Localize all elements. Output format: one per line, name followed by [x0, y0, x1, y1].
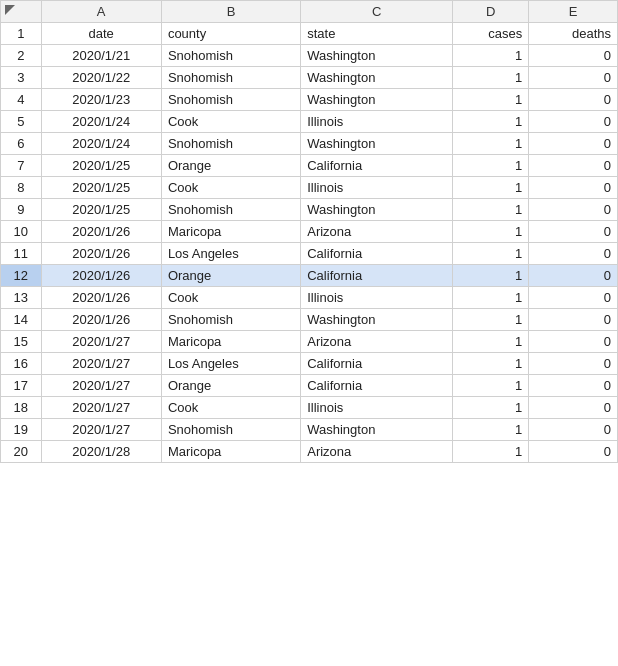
cell-state[interactable]: Illinois — [301, 397, 453, 419]
cell-cases[interactable]: 1 — [453, 45, 529, 67]
table-row[interactable]: 182020/1/27CookIllinois10 — [1, 397, 618, 419]
table-row[interactable]: 192020/1/27SnohomishWashington10 — [1, 419, 618, 441]
cell-date[interactable]: 2020/1/24 — [41, 133, 161, 155]
cell-cases[interactable]: 1 — [453, 67, 529, 89]
cell-cases[interactable]: 1 — [453, 397, 529, 419]
row-num-7[interactable]: 7 — [1, 155, 42, 177]
cell-state[interactable]: Arizona — [301, 221, 453, 243]
cell-date[interactable]: 2020/1/26 — [41, 265, 161, 287]
cell-deaths[interactable]: 0 — [529, 397, 618, 419]
cell-state[interactable]: Washington — [301, 309, 453, 331]
cell-cases[interactable]: 1 — [453, 243, 529, 265]
cell-cases[interactable]: 1 — [453, 199, 529, 221]
cell-date[interactable]: 2020/1/25 — [41, 177, 161, 199]
cell-date[interactable]: 2020/1/27 — [41, 353, 161, 375]
cell-cases[interactable]: 1 — [453, 133, 529, 155]
cell-date[interactable]: 2020/1/27 — [41, 375, 161, 397]
cell-cases[interactable]: 1 — [453, 155, 529, 177]
cell-county[interactable]: Maricopa — [161, 221, 300, 243]
cell-deaths[interactable]: 0 — [529, 441, 618, 463]
table-row[interactable]: 22020/1/21SnohomishWashington10 — [1, 45, 618, 67]
cell-county[interactable]: Snohomish — [161, 419, 300, 441]
cell-date[interactable]: 2020/1/25 — [41, 199, 161, 221]
cell-cases[interactable]: 1 — [453, 265, 529, 287]
cell-date[interactable]: 2020/1/26 — [41, 221, 161, 243]
col-header-E[interactable]: E — [529, 1, 618, 23]
cell-state[interactable]: Illinois — [301, 177, 453, 199]
cell-state[interactable]: California — [301, 265, 453, 287]
cell-deaths[interactable]: 0 — [529, 89, 618, 111]
table-row[interactable]: 112020/1/26Los AngelesCalifornia10 — [1, 243, 618, 265]
cell-county[interactable]: Snohomish — [161, 45, 300, 67]
cell-state[interactable]: California — [301, 155, 453, 177]
cell-county[interactable]: Snohomish — [161, 67, 300, 89]
cell-cases[interactable]: 1 — [453, 177, 529, 199]
cell-county[interactable]: Maricopa — [161, 441, 300, 463]
cell-deaths[interactable]: 0 — [529, 133, 618, 155]
cell-cases[interactable]: 1 — [453, 111, 529, 133]
cell-county[interactable]: Maricopa — [161, 331, 300, 353]
cell-state[interactable]: Washington — [301, 89, 453, 111]
cell-date[interactable]: 2020/1/27 — [41, 419, 161, 441]
row-num-8[interactable]: 8 — [1, 177, 42, 199]
table-row[interactable]: 132020/1/26CookIllinois10 — [1, 287, 618, 309]
cell-state[interactable]: Illinois — [301, 111, 453, 133]
row-num-9[interactable]: 9 — [1, 199, 42, 221]
table-row[interactable]: 152020/1/27MaricopaArizona10 — [1, 331, 618, 353]
cell-county[interactable]: Orange — [161, 375, 300, 397]
cell-deaths[interactable]: 0 — [529, 67, 618, 89]
table-row[interactable]: 32020/1/22SnohomishWashington10 — [1, 67, 618, 89]
row-num-13[interactable]: 13 — [1, 287, 42, 309]
cell-date[interactable]: 2020/1/25 — [41, 155, 161, 177]
cell-date[interactable]: 2020/1/26 — [41, 287, 161, 309]
cell-state[interactable]: Illinois — [301, 287, 453, 309]
cell-date[interactable]: 2020/1/27 — [41, 331, 161, 353]
cell-deaths[interactable]: 0 — [529, 375, 618, 397]
cell-deaths[interactable]: 0 — [529, 199, 618, 221]
table-row[interactable]: 162020/1/27Los AngelesCalifornia10 — [1, 353, 618, 375]
cell-cases[interactable]: 1 — [453, 221, 529, 243]
row-num-12[interactable]: 12 — [1, 265, 42, 287]
cell-deaths[interactable]: 0 — [529, 177, 618, 199]
cell-date[interactable]: 2020/1/22 — [41, 67, 161, 89]
col-header-D[interactable]: D — [453, 1, 529, 23]
cell-cases[interactable]: 1 — [453, 309, 529, 331]
row-num-14[interactable]: 14 — [1, 309, 42, 331]
cell-deaths[interactable]: 0 — [529, 45, 618, 67]
cell-deaths[interactable]: 0 — [529, 265, 618, 287]
cell-county[interactable]: Orange — [161, 265, 300, 287]
cell-deaths[interactable]: 0 — [529, 309, 618, 331]
table-row[interactable]: 82020/1/25CookIllinois10 — [1, 177, 618, 199]
cell-state[interactable]: California — [301, 375, 453, 397]
row-num-17[interactable]: 17 — [1, 375, 42, 397]
table-row[interactable]: 122020/1/26OrangeCalifornia10 — [1, 265, 618, 287]
cell-county[interactable]: Los Angeles — [161, 243, 300, 265]
cell-state[interactable]: Arizona — [301, 331, 453, 353]
cell-state[interactable]: California — [301, 353, 453, 375]
row-num-10[interactable]: 10 — [1, 221, 42, 243]
cell-deaths[interactable]: 0 — [529, 331, 618, 353]
cell-state[interactable]: Washington — [301, 133, 453, 155]
table-row[interactable]: 52020/1/24CookIllinois10 — [1, 111, 618, 133]
row-num-2[interactable]: 2 — [1, 45, 42, 67]
cell-cases[interactable]: 1 — [453, 375, 529, 397]
cell-cases[interactable]: 1 — [453, 89, 529, 111]
cell-deaths[interactable]: 0 — [529, 287, 618, 309]
cell-deaths[interactable]: 0 — [529, 243, 618, 265]
table-row[interactable]: 202020/1/28MaricopaArizona10 — [1, 441, 618, 463]
table-row[interactable]: 62020/1/24SnohomishWashington10 — [1, 133, 618, 155]
cell-date[interactable]: 2020/1/26 — [41, 309, 161, 331]
col-header-C[interactable]: C — [301, 1, 453, 23]
cell-state[interactable]: Arizona — [301, 441, 453, 463]
cell-deaths[interactable]: 0 — [529, 419, 618, 441]
table-row[interactable]: 142020/1/26SnohomishWashington10 — [1, 309, 618, 331]
table-row[interactable]: 72020/1/25OrangeCalifornia10 — [1, 155, 618, 177]
cell-date[interactable]: 2020/1/27 — [41, 397, 161, 419]
table-row[interactable]: 102020/1/26MaricopaArizona10 — [1, 221, 618, 243]
cell-deaths[interactable]: 0 — [529, 155, 618, 177]
cell-county[interactable]: Snohomish — [161, 199, 300, 221]
cell-date[interactable]: 2020/1/26 — [41, 243, 161, 265]
cell-cases[interactable]: 1 — [453, 419, 529, 441]
row-num-20[interactable]: 20 — [1, 441, 42, 463]
cell-county[interactable]: Orange — [161, 155, 300, 177]
